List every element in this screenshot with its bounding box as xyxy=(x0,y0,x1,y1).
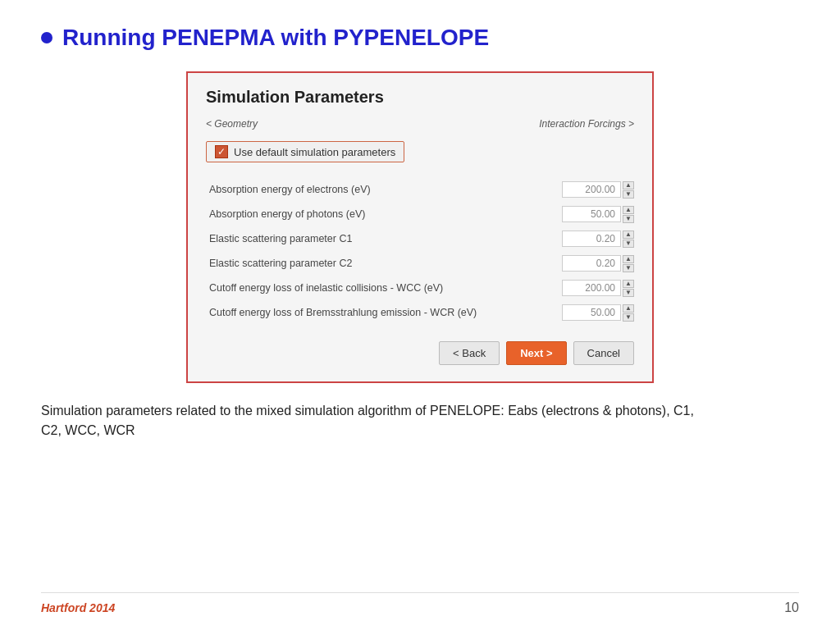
params-table: Absorption energy of electrons (eV) ▲ ▼ … xyxy=(206,177,634,325)
bullet-icon xyxy=(41,32,52,43)
dialog-nav: < Geometry Interaction Forcings > xyxy=(206,118,634,130)
description-text: Simulation parameters related to the mix… xyxy=(41,401,714,441)
param-input-field-4[interactable] xyxy=(562,280,621,296)
spinner-2: ▲ ▼ xyxy=(623,231,634,248)
param-name-4: Cutoff energy loss of inelastic collisio… xyxy=(206,276,514,300)
param-input-2: ▲ ▼ xyxy=(514,231,634,248)
param-name-3: Elastic scattering parameter C2 xyxy=(206,251,514,276)
param-input-4: ▲ ▼ xyxy=(514,280,634,297)
param-name-1: Absorption energy of photons (eV) xyxy=(206,202,514,226)
footer-separator xyxy=(41,592,799,593)
spinner-up-0[interactable]: ▲ xyxy=(623,181,634,189)
param-input-field-2[interactable] xyxy=(562,231,621,247)
spinner-down-3[interactable]: ▼ xyxy=(623,264,634,272)
slide-footer: Hartford 2014 10 xyxy=(41,600,799,615)
dialog-title: Simulation Parameters xyxy=(206,88,634,107)
slide-page: Running PENEPMA with PYPENELOPE Simulati… xyxy=(0,0,840,630)
param-value-cell-4: ▲ ▼ xyxy=(514,276,634,300)
table-row: Elastic scattering parameter C2 ▲ ▼ xyxy=(206,251,634,276)
spinner-1: ▲ ▼ xyxy=(623,206,634,223)
use-default-checkbox-wrapper[interactable]: ✓ Use default simulation parameters xyxy=(206,141,404,162)
spinner-down-2[interactable]: ▼ xyxy=(623,240,634,248)
checkmark-icon: ✓ xyxy=(217,147,226,157)
next-button[interactable]: Next > xyxy=(506,341,566,365)
nav-geometry[interactable]: < Geometry xyxy=(206,118,258,130)
spinner-up-5[interactable]: ▲ xyxy=(623,304,634,313)
checkbox-label: Use default simulation parameters xyxy=(234,146,395,158)
nav-interaction-forcings[interactable]: Interaction Forcings > xyxy=(539,118,634,130)
use-default-checkbox-row[interactable]: ✓ Use default simulation parameters xyxy=(206,141,634,162)
param-name-0: Absorption energy of electrons (eV) xyxy=(206,177,514,202)
simulation-dialog: Simulation Parameters < Geometry Interac… xyxy=(186,71,654,383)
param-input-field-1[interactable] xyxy=(562,206,621,222)
spinner-4: ▲ ▼ xyxy=(623,280,634,297)
slide-title: Running PENEPMA with PYPENELOPE xyxy=(62,25,489,51)
spinner-up-4[interactable]: ▲ xyxy=(623,280,634,288)
param-value-cell-2: ▲ ▼ xyxy=(514,226,634,251)
cancel-button[interactable]: Cancel xyxy=(573,341,634,365)
back-button[interactable]: < Back xyxy=(439,341,500,365)
footer-page: 10 xyxy=(784,600,799,615)
checkbox-icon[interactable]: ✓ xyxy=(215,145,228,158)
spinner-up-2[interactable]: ▲ xyxy=(623,231,634,239)
spinner-up-3[interactable]: ▲ xyxy=(623,255,634,263)
dialog-footer: < Back Next > Cancel xyxy=(206,341,634,365)
param-input-3: ▲ ▼ xyxy=(514,255,634,272)
param-value-cell-3: ▲ ▼ xyxy=(514,251,634,276)
table-row: Cutoff energy loss of Bremsstrahlung emi… xyxy=(206,300,634,325)
param-name-5: Cutoff energy loss of Bremsstrahlung emi… xyxy=(206,300,514,325)
table-row: Cutoff energy loss of inelastic collisio… xyxy=(206,276,634,300)
table-row: Absorption energy of photons (eV) ▲ ▼ xyxy=(206,202,634,226)
param-value-cell-0: ▲ ▼ xyxy=(514,177,634,202)
param-input-field-0[interactable] xyxy=(562,181,621,198)
param-input-field-3[interactable] xyxy=(562,255,621,272)
param-value-cell-5: ▲ ▼ xyxy=(514,300,634,325)
table-row: Elastic scattering parameter C1 ▲ ▼ xyxy=(206,226,634,251)
param-input-1: ▲ ▼ xyxy=(514,206,634,223)
table-row: Absorption energy of electrons (eV) ▲ ▼ xyxy=(206,177,634,202)
spinner-down-0[interactable]: ▼ xyxy=(623,190,634,199)
param-value-cell-1: ▲ ▼ xyxy=(514,202,634,226)
spinner-up-1[interactable]: ▲ xyxy=(623,206,634,214)
param-name-2: Elastic scattering parameter C1 xyxy=(206,226,514,251)
spinner-3: ▲ ▼ xyxy=(623,255,634,272)
spinner-down-4[interactable]: ▼ xyxy=(623,289,634,297)
spinner-down-5[interactable]: ▼ xyxy=(623,313,634,322)
spinner-5: ▲ ▼ xyxy=(623,304,634,322)
slide-title-row: Running PENEPMA with PYPENELOPE xyxy=(41,25,799,51)
spinner-down-1[interactable]: ▼ xyxy=(623,215,634,223)
spinner-0: ▲ ▼ xyxy=(623,181,634,199)
param-input-field-5[interactable] xyxy=(562,304,621,321)
param-input-0: ▲ ▼ xyxy=(514,181,634,199)
footer-location: Hartford 2014 xyxy=(41,601,115,614)
param-input-5: ▲ ▼ xyxy=(514,304,634,322)
